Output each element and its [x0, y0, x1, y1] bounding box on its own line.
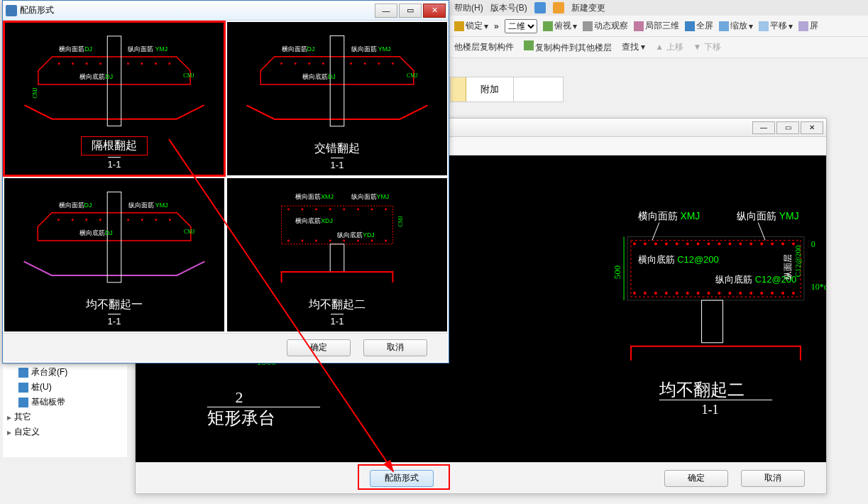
svg-point-18 [686, 242, 689, 245]
svg-point-26 [771, 242, 774, 245]
copy-icon [524, 40, 534, 50]
rebar-form-button[interactable]: 配筋形式 [370, 470, 434, 487]
detail-ok-button[interactable]: 确定 [664, 470, 728, 487]
movedown-button[interactable]: ▼ 下移 [693, 41, 721, 53]
svg-line-49 [652, 223, 659, 241]
svg-point-31 [654, 292, 657, 295]
rebar-form-dialog: 配筋形式 — ▭ ✕ 横向面筋DJ 纵向面筋 YMJ 横向底筋DJ CMJ CM… [2, 0, 449, 363]
minimize-button[interactable]: — [375, 4, 397, 18]
svg-rect-45 [627, 236, 804, 300]
rebar-option-gegen[interactable]: 横向面筋DJ 纵向面筋 YMJ 横向底筋DJ CMJ CMJ 隔根翻起 1-1 [3, 21, 226, 177]
svg-text:横向底筋 C12@200: 横向底筋 C12@200 [638, 254, 719, 265]
dynobs-button[interactable]: 动态观察 [583, 20, 628, 32]
svg-text:纵向面筋 YMJ: 纵向面筋 YMJ [128, 202, 168, 209]
svg-point-91 [155, 219, 157, 221]
tree-item-chengtailiang[interactable]: 承台梁(F) [3, 365, 127, 380]
maximize-button[interactable]: ▭ [399, 4, 422, 18]
svg-point-63 [141, 62, 143, 65]
detail-cancel-button[interactable]: 取消 [741, 470, 805, 487]
screen-button[interactable]: 屏 [798, 20, 818, 32]
fullscreen-icon [685, 21, 695, 31]
close-button[interactable]: ✕ [801, 121, 823, 134]
lock-button[interactable]: 锁定 ▾ [454, 20, 488, 32]
svg-point-87 [85, 219, 87, 221]
svg-point-14 [644, 242, 647, 245]
refresh-icon [553, 2, 564, 13]
copy-from-floor-button[interactable]: 他楼层复制构件 [454, 41, 514, 53]
dim-10d: 10*d [811, 282, 826, 292]
svg-point-27 [781, 242, 784, 245]
svg-line-50 [758, 223, 765, 241]
svg-point-44 [792, 292, 795, 295]
svg-point-73 [295, 62, 297, 65]
rebar-dialog-titlebar: 配筋形式 — ▭ ✕ [3, 1, 449, 21]
svg-point-75 [322, 62, 324, 65]
svg-text:CMJ: CMJ [183, 72, 194, 79]
svg-text:CMJ: CMJ [32, 87, 38, 98]
svg-point-110 [343, 240, 345, 242]
svg-point-43 [781, 292, 784, 295]
lookdown-icon [543, 21, 553, 31]
detail-dialog-buttons: 配筋形式 确定 取消 [136, 462, 826, 493]
maximize-button[interactable]: ▭ [776, 121, 799, 134]
svg-point-33 [676, 292, 679, 295]
svg-point-15 [654, 242, 657, 245]
svg-point-60 [86, 62, 88, 65]
rebar-cancel-button[interactable]: 取消 [363, 339, 427, 356]
close-button[interactable]: ✕ [423, 4, 446, 18]
svg-point-65 [168, 62, 170, 65]
tree-item-zhuang[interactable]: 桩(U) [3, 380, 127, 395]
rebar-dialog-title: 配筋形式 [20, 4, 54, 16]
expand-icon[interactable]: » [494, 21, 499, 31]
tree-item-other[interactable]: ▸ 其它 [3, 410, 127, 424]
option-caption: 交错翻起 1-1 [227, 141, 447, 171]
svg-point-99 [302, 208, 304, 210]
viewmode-select[interactable]: 二维 [505, 19, 537, 33]
rebar-option-grid: 横向面筋DJ 纵向面筋 YMJ 横向底筋DJ CMJ CMJ 隔根翻起 1-1 [3, 21, 449, 333]
svg-text:横向面筋DJ: 横向面筋DJ [282, 45, 315, 53]
svg-text:纵向面筋 YMJ: 纵向面筋 YMJ [737, 210, 798, 221]
option-caption: 均不翻起二 1-1 [227, 297, 447, 327]
moveup-button[interactable]: ▲ 上移 [655, 41, 683, 53]
dialog-icon [6, 5, 17, 16]
local3d-button[interactable]: 局部三维 [634, 20, 679, 32]
svg-point-62 [127, 62, 129, 65]
svg-point-98 [287, 208, 290, 210]
pan-button[interactable]: 平移 ▾ [759, 20, 793, 32]
folder-icon [451, 77, 466, 102]
svg-point-78 [378, 62, 380, 65]
svg-text:CMJ: CMJ [407, 72, 417, 79]
zoom-button[interactable]: 缩放 ▾ [719, 20, 753, 32]
rebar-option-junbu1[interactable]: 横向面筋DJ 纵向面筋 YMJ 横向底筋DJ CMJ 均不翻起一 1-1 [3, 177, 226, 333]
svg-point-35 [697, 292, 700, 295]
rebar-option-junbu2[interactable]: 横向面筋XMJ 纵向面筋YMJ 横向底筋XDJ 纵向底筋YDJ CMJ 均不翻起… [226, 177, 449, 333]
svg-point-59 [72, 62, 74, 65]
minimize-button[interactable]: — [752, 121, 775, 134]
svg-point-89 [127, 219, 129, 221]
menu-version[interactable]: 版本号(B) [490, 2, 527, 14]
strip-icon [18, 398, 28, 407]
copy-to-floor-button[interactable]: 复制构件到其他楼层 [524, 40, 612, 54]
find-button[interactable]: 查找 ▾ [622, 41, 645, 53]
tree-item-jichubandai[interactable]: 基础板带 [3, 395, 127, 410]
rebar-option-jiaocuo[interactable]: 横向面筋DJ 纵向面筋 YMJ 横向底筋DJ CMJ 交错翻起 1-1 [226, 21, 449, 177]
toolbar-row-1: 锁定 ▾ » 二维 俯视 ▾ 动态观察 局部三维 全屏 缩放 ▾ 平移 ▾ 屏 [450, 16, 868, 37]
svg-point-76 [350, 62, 352, 65]
svg-text:横向面筋DJ: 横向面筋DJ [59, 202, 92, 209]
svg-point-30 [644, 292, 647, 295]
svg-text:CMJ: CMJ [397, 216, 404, 226]
lookdown-button[interactable]: 俯视 ▾ [543, 20, 577, 32]
zoom-icon [719, 21, 729, 31]
svg-point-109 [329, 240, 331, 242]
menu-help[interactable]: 帮助(H) [454, 2, 483, 14]
orbit-icon [583, 21, 593, 31]
svg-text:CMJ: CMJ [184, 229, 194, 235]
rebar-ok-button[interactable]: 确定 [287, 339, 351, 356]
svg-point-92 [169, 219, 171, 221]
fullscreen-button[interactable]: 全屏 [685, 20, 713, 32]
tab-attach[interactable]: 附加 [466, 77, 514, 102]
menu-newchange[interactable]: 新建变更 [571, 2, 605, 14]
svg-point-23 [739, 242, 742, 245]
tree-item-custom[interactable]: ▸ 自定义 [3, 424, 127, 439]
main-menubar: 帮助(H) 版本号(B) 新建变更 [450, 0, 868, 16]
